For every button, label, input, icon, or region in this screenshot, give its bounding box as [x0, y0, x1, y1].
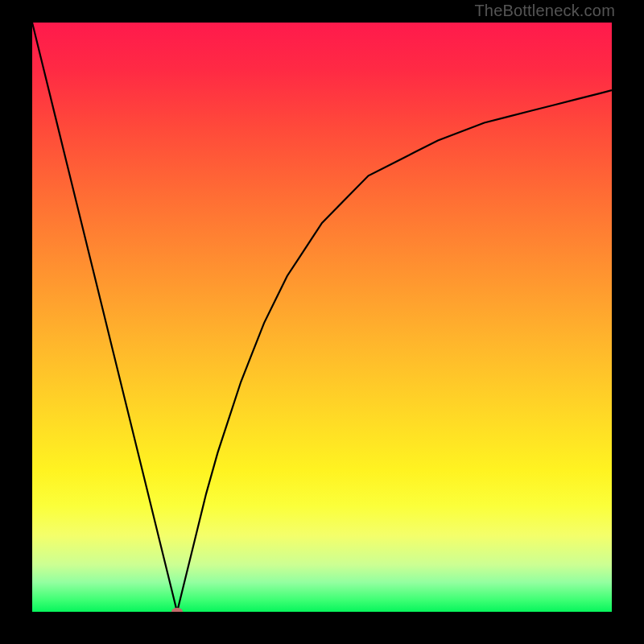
chart-frame: TheBottleneck.com: [0, 0, 644, 644]
attribution-label: TheBottleneck.com: [474, 2, 615, 20]
bottleneck-curve: [32, 23, 612, 612]
optimum-marker: [171, 608, 183, 612]
plot-area: [32, 23, 612, 612]
